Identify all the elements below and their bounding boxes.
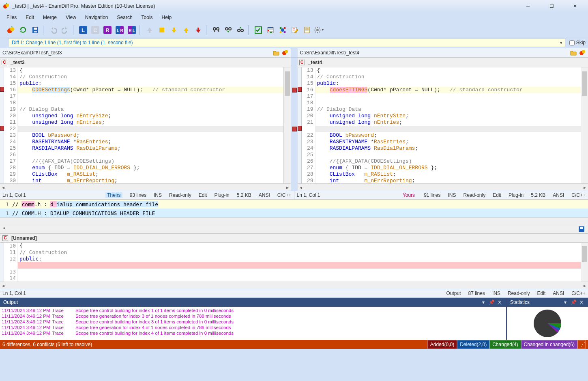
menu-view[interactable]: View <box>62 14 79 21</box>
undo-icon[interactable] <box>48 25 58 35</box>
find-prev-icon[interactable] <box>235 25 246 35</box>
diff-link-icon[interactable] <box>292 88 297 93</box>
grid-icon[interactable] <box>265 25 276 35</box>
merge-output-pane[interactable]: 1011121314 {// Constructionpublic: ◂▸ <box>0 243 588 289</box>
folder-open-icon[interactable]: ▼ <box>273 50 279 56</box>
menu-tools[interactable]: Tools <box>138 14 156 21</box>
menu-edit[interactable]: Edit <box>22 14 37 21</box>
merge-vscroll[interactable] <box>581 243 588 282</box>
legend-changed-in-changed[interactable]: Changed in changed(6) <box>521 340 577 349</box>
r-button[interactable]: R <box>102 25 113 35</box>
lr-button-2[interactable]: RL <box>127 25 137 35</box>
pane-divider[interactable] <box>291 67 298 191</box>
statistics-panel-header[interactable]: Statistics ▾ 📌 ✕ <box>507 298 588 307</box>
close-icon[interactable]: ✕ <box>496 299 503 306</box>
c-button[interactable]: C <box>90 25 101 35</box>
right-code[interactable]: {// Constructionpublic: cdoesETTINGS(CWn… <box>315 67 581 183</box>
compare-small-icon[interactable] <box>579 49 586 57</box>
left-vscroll[interactable] <box>283 67 291 183</box>
left-tab-header[interactable]: C _test3 <box>0 58 291 67</box>
left-gutter: 131415161718192021222324252627282930 <box>4 67 18 183</box>
settings-icon[interactable]: ▼ <box>314 25 324 35</box>
svg-rect-63 <box>580 227 583 229</box>
right-vscroll[interactable] <box>581 67 588 183</box>
diff-link-icon[interactable] <box>292 127 297 131</box>
close-icon[interactable]: ✕ <box>578 299 585 306</box>
unnamed-tab[interactable]: C [Unnamed] <box>0 234 588 243</box>
menu-search[interactable]: Search <box>114 14 136 21</box>
svg-rect-14 <box>120 26 124 34</box>
skip-checkbox[interactable]: Skip <box>569 40 586 45</box>
up-yellow-icon[interactable] <box>181 25 191 35</box>
save-icon[interactable] <box>30 25 41 35</box>
diff-message-dropdown[interactable]: Diff 1: Change 1 line (1, first file) to… <box>8 38 565 47</box>
diff-marker-icon[interactable] <box>0 87 4 92</box>
output-panel-header[interactable]: Output ▾ 📌 ✕ <box>0 298 506 307</box>
diff-marker-icon[interactable] <box>298 126 302 131</box>
save-small-icon[interactable] <box>578 226 585 232</box>
up-grey-icon[interactable] <box>144 25 155 35</box>
merge-hscroll[interactable] <box>0 217 588 225</box>
right-code-pane[interactable]: 1314151617181920212223242526272829 {// C… <box>298 67 588 191</box>
check-icon[interactable] <box>253 25 264 35</box>
edit-doc-icon[interactable] <box>290 25 300 35</box>
output-body[interactable]: 11/11/2024 3:49:12 PMTraceScope tree con… <box>0 307 506 340</box>
doc-lines-icon[interactable] <box>302 25 312 35</box>
svg-rect-13 <box>116 26 124 34</box>
diff-marker-icon[interactable] <box>0 126 4 131</box>
compare-small-icon[interactable] <box>282 49 288 57</box>
minimize-button[interactable]: ─ <box>521 1 535 11</box>
svg-rect-6 <box>34 31 37 32</box>
svg-point-22 <box>213 28 216 30</box>
refresh-icon[interactable] <box>18 25 28 35</box>
svg-text:R: R <box>120 28 123 33</box>
close-button[interactable]: ✕ <box>568 1 582 11</box>
svg-point-3 <box>10 27 14 31</box>
find-icon[interactable] <box>211 25 221 35</box>
svg-text:R: R <box>105 27 109 33</box>
compare-icon[interactable] <box>6 25 16 35</box>
merge-diff-line[interactable]: 1// COMM.H : DIALUP COMMUNICATIONS HEADE… <box>0 209 588 217</box>
svg-line-56 <box>315 32 316 32</box>
pin-icon[interactable]: 📌 <box>488 299 495 306</box>
menu-help[interactable]: Help <box>159 14 175 21</box>
skip-checkbox-input[interactable] <box>569 40 575 45</box>
left-hscroll[interactable]: ◂▸ <box>0 183 291 191</box>
maximize-button[interactable]: ☐ <box>544 1 559 11</box>
chevron-down-icon[interactable]: ▾ <box>480 299 487 306</box>
pin-icon[interactable]: 📌 <box>570 299 577 306</box>
menu-navigation[interactable]: Navigation <box>82 14 112 21</box>
left-code-pane[interactable]: 131415161718192021222324252627282930 {//… <box>0 67 291 191</box>
merge-diff-line[interactable]: 1// comm.h : d ialup communications head… <box>0 200 588 209</box>
menu-merge[interactable]: Merge <box>40 14 60 21</box>
find-next-icon[interactable] <box>223 25 234 35</box>
plugin-icon[interactable] <box>277 25 288 35</box>
right-path-cell: C:\Src\ExamDiff\Test\_test4 ▼ <box>298 48 588 57</box>
diff-marker-icon[interactable] <box>298 87 302 92</box>
l-button[interactable]: L <box>78 25 88 35</box>
merge-code[interactable]: {// Constructionpublic: <box>18 243 581 282</box>
redo-icon[interactable] <box>60 25 71 35</box>
right-tab-header[interactable]: C _test4 <box>298 58 588 67</box>
statistics-pie-chart <box>507 307 588 340</box>
svg-point-40 <box>280 31 282 33</box>
merge-hscroll2[interactable]: ◂▸ <box>0 282 588 289</box>
down-yellow-icon[interactable] <box>169 25 179 35</box>
current-diff-icon[interactable] <box>157 25 167 35</box>
legend-changed[interactable]: Changed(4) <box>489 340 521 349</box>
right-hscroll[interactable]: ◂▸ <box>298 183 588 191</box>
lr-button-1[interactable]: LR <box>114 25 125 35</box>
output-row: 11/11/2024 3:49:12 PMTraceScope tree con… <box>2 330 504 336</box>
menu-files[interactable]: Files <box>3 14 20 21</box>
output-row: 11/11/2024 3:49:12 PMTraceScope tree con… <box>2 308 504 313</box>
legend-added[interactable]: Added(0,0) <box>427 340 457 349</box>
titlebar: _test3 | _test4 - ExamDiff Pro, Master E… <box>0 0 588 12</box>
legend-deleted[interactable]: Deleted(2,0) <box>457 340 489 349</box>
legend-resize-grip[interactable]: ⋰ <box>577 340 586 349</box>
left-code[interactable]: {// Constructionpublic: CDOESettings(CWn… <box>18 67 283 183</box>
statistics-panel: Statistics ▾ 📌 ✕ <box>507 298 588 340</box>
down-red-icon[interactable] <box>193 25 204 35</box>
folder-open-icon[interactable]: ▼ <box>570 50 577 56</box>
chevron-down-icon[interactable]: ▾ <box>562 299 569 306</box>
output-row: 11/11/2024 3:49:12 PMTraceScope tree con… <box>2 319 504 325</box>
